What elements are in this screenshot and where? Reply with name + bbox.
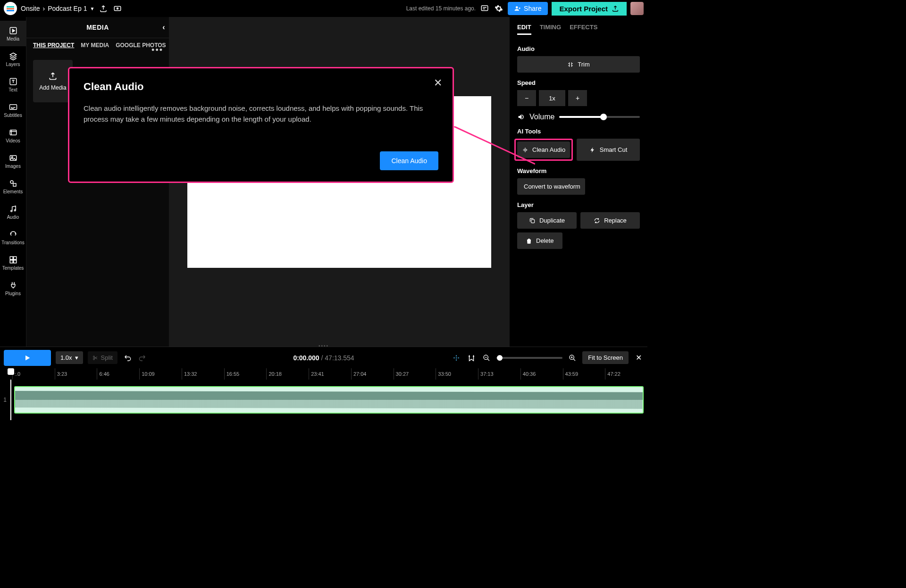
- text-icon: [8, 77, 18, 86]
- tab-timing[interactable]: TIMING: [540, 24, 562, 35]
- undo-icon[interactable]: [122, 353, 133, 363]
- nav-item-plugins[interactable]: Plugins: [0, 275, 26, 301]
- waveform-icon: [522, 147, 528, 153]
- zoom-slider[interactable]: [496, 357, 562, 359]
- redo-icon[interactable]: [137, 353, 148, 363]
- speed-decrease-button[interactable]: −: [517, 90, 536, 106]
- speed-increase-button[interactable]: +: [568, 90, 587, 106]
- ruler-tick: 13:32: [182, 368, 224, 380]
- time-duration: 47:13.554: [325, 354, 354, 362]
- avatar[interactable]: [630, 2, 644, 15]
- audio-icon: [8, 204, 18, 214]
- add-media-button[interactable]: Add Media: [33, 60, 73, 102]
- close-icon[interactable]: ✕: [434, 77, 442, 89]
- play-button[interactable]: [4, 350, 51, 366]
- collapse-panel-icon[interactable]: ‹: [162, 23, 165, 32]
- media-tab-my-media[interactable]: MY MEDIA: [81, 42, 109, 49]
- speed-value[interactable]: 1x: [539, 90, 565, 106]
- ruler-tick: 20:18: [266, 368, 309, 380]
- tab-effects[interactable]: EFFECTS: [570, 24, 597, 35]
- snap-icon[interactable]: [451, 353, 461, 363]
- svg-rect-17: [13, 260, 16, 263]
- ruler-tick: 30:27: [394, 368, 436, 380]
- delete-button[interactable]: Delete: [517, 232, 562, 249]
- record-icon[interactable]: [112, 3, 123, 14]
- transitions-icon: [8, 230, 18, 239]
- playhead[interactable]: [10, 380, 11, 420]
- share-button[interactable]: Share: [508, 2, 548, 15]
- convert-waveform-button[interactable]: Convert to waveform: [517, 178, 585, 195]
- nav-item-media[interactable]: Media: [0, 21, 26, 46]
- highlight-clean-audio: Clean Audio: [514, 139, 573, 161]
- plugins-icon: [8, 281, 18, 290]
- gear-icon[interactable]: [494, 3, 504, 14]
- zoom-in-icon[interactable]: [567, 353, 578, 363]
- ruler-tick: 37:13: [478, 368, 520, 380]
- nav-item-transitions[interactable]: Transitions: [0, 224, 26, 250]
- audio-clip[interactable]: [14, 386, 644, 414]
- nav-item-videos[interactable]: Videos: [0, 123, 26, 148]
- right-panel: EDIT TIMING EFFECTS Audio Trim Speed − 1…: [510, 17, 647, 347]
- media-tab-this-project[interactable]: THIS PROJECT: [33, 42, 74, 49]
- markers-icon[interactable]: [466, 353, 477, 363]
- svg-rect-2: [481, 6, 488, 11]
- nav-item-templates[interactable]: Templates: [0, 250, 26, 275]
- videos-icon: [8, 128, 18, 137]
- timeline-ruler[interactable]: :.0 3:23 6:46 10:09 13:32 16:55 20:18 23…: [0, 368, 647, 380]
- right-panel-tabs: EDIT TIMING EFFECTS: [517, 17, 640, 39]
- chevron-down-icon: ▾: [75, 354, 78, 361]
- nav-item-text[interactable]: Text: [0, 72, 26, 97]
- section-ai-tools: AI Tools: [517, 128, 640, 135]
- clean-audio-confirm-button[interactable]: Clean Audio: [380, 151, 438, 170]
- svg-point-3: [516, 6, 518, 8]
- drag-handle-icon[interactable]: ••••: [319, 343, 329, 348]
- track-body[interactable]: [10, 380, 647, 420]
- svg-point-13: [14, 209, 16, 211]
- volume-slider[interactable]: [559, 116, 640, 118]
- timeline-controls: •••• 1.0x ▾ Split 0:00.000 / 47:13.554 F…: [0, 347, 647, 368]
- app-logo[interactable]: [4, 2, 17, 15]
- breadcrumb: Onsite › Podcast Ep 1 ▼: [21, 5, 94, 12]
- smart-cut-button[interactable]: Smart Cut: [577, 139, 640, 161]
- modal-title: Clean Audio: [84, 81, 438, 93]
- zoom-out-icon[interactable]: [481, 353, 492, 363]
- elements-icon: [8, 179, 18, 188]
- zoom-level-button[interactable]: 1.0x ▾: [56, 351, 83, 364]
- ruler-tick: 47:22: [605, 368, 647, 380]
- comments-icon[interactable]: [479, 3, 490, 14]
- section-waveform: Waveform: [517, 167, 640, 174]
- export-button[interactable]: Export Project: [552, 2, 627, 16]
- media-panel-title: MEDIA ‹: [26, 17, 169, 38]
- ruler-tick: 27:04: [351, 368, 394, 380]
- media-tabs: THIS PROJECT MY MEDIA GOOGLE PHOTOS: [26, 38, 169, 53]
- breadcrumb-title[interactable]: Podcast Ep 1: [48, 5, 87, 12]
- tab-edit[interactable]: EDIT: [517, 24, 531, 35]
- nav-item-audio[interactable]: Audio: [0, 199, 26, 224]
- svg-rect-15: [13, 257, 16, 259]
- nav-item-layers[interactable]: Layers: [0, 46, 26, 72]
- nav-item-images[interactable]: Images: [0, 148, 26, 174]
- upload-icon[interactable]: [98, 3, 109, 14]
- volume-icon: [517, 113, 525, 121]
- last-edited-text: Last edited 15 minutes ago.: [406, 5, 476, 12]
- media-menu-icon[interactable]: •••: [151, 45, 163, 55]
- replace-button[interactable]: Replace: [580, 212, 640, 229]
- track-number[interactable]: 1: [0, 380, 10, 420]
- duplicate-button[interactable]: Duplicate: [517, 212, 577, 229]
- split-button[interactable]: Split: [88, 351, 117, 364]
- volume-label: Volume: [529, 113, 554, 121]
- ruler-tick: 33:50: [436, 368, 478, 380]
- nav-item-elements[interactable]: Elements: [0, 174, 26, 199]
- clean-audio-button[interactable]: Clean Audio: [517, 141, 570, 158]
- svg-rect-14: [10, 257, 13, 259]
- fit-to-screen-button[interactable]: Fit to Screen: [582, 351, 629, 364]
- section-layer: Layer: [517, 201, 640, 208]
- nav-item-subtitles[interactable]: Subtitles: [0, 97, 26, 123]
- breadcrumb-parent[interactable]: Onsite: [21, 5, 40, 12]
- svg-point-12: [10, 210, 12, 212]
- svg-rect-16: [10, 260, 13, 263]
- trim-button[interactable]: Trim: [517, 56, 640, 73]
- close-icon[interactable]: ✕: [633, 353, 644, 363]
- chevron-down-icon[interactable]: ▼: [90, 6, 94, 11]
- trash-icon: [526, 238, 532, 244]
